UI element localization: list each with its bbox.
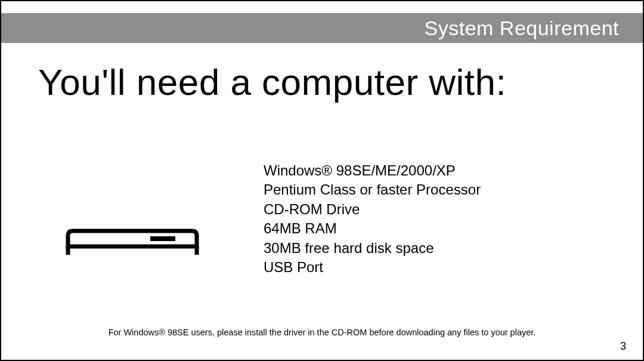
requirement-item: 30MB free hard disk space	[264, 239, 643, 258]
svg-rect-0	[150, 236, 175, 241]
document-page: System Requirement You'll need a compute…	[0, 0, 644, 361]
page-number: 3	[620, 340, 626, 353]
requirement-item: Pentium Class or faster Processor	[264, 180, 643, 199]
section-title-bar: System Requirement	[1, 13, 643, 43]
footnote: For Windows® 98SE users, please install …	[1, 328, 643, 337]
requirements-list: Windows® 98SE/ME/2000/XP Pentium Class o…	[264, 161, 643, 277]
requirement-item: USB Port	[264, 258, 643, 277]
illustration-column	[1, 161, 264, 277]
requirement-item: Windows® 98SE/ME/2000/XP	[264, 161, 643, 180]
requirement-item: CD-ROM Drive	[264, 200, 643, 219]
page-heading: You'll need a computer with:	[38, 61, 506, 103]
section-title: System Requirement	[425, 17, 619, 40]
content-row: Windows® 98SE/ME/2000/XP Pentium Class o…	[1, 161, 643, 277]
laptop-icon	[61, 229, 204, 257]
requirement-item: 64MB RAM	[264, 219, 643, 238]
